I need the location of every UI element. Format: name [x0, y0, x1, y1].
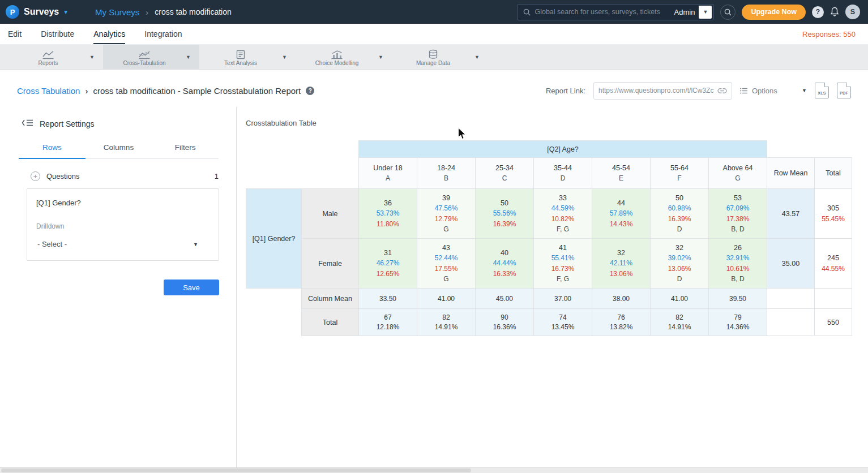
question-title: [Q1] Gender?	[36, 199, 209, 207]
scrollbar-thumb[interactable]	[1, 468, 471, 472]
settings-tab-filters[interactable]: Filters	[152, 137, 219, 159]
row-group-header: [Q1] Gender?	[246, 189, 302, 289]
product-label: Surveys	[24, 7, 59, 17]
options-label: Options	[752, 87, 777, 95]
table-row-male: [Q1] Gender?Male3653.73%11.80%3947.56%12…	[246, 189, 852, 239]
crosstab-section-title: Crosstabulation Table	[246, 119, 868, 127]
global-search[interactable]: Admin ▼	[517, 4, 714, 20]
toolbar-item-choice-modelling[interactable]: Choice Modelling▼	[296, 45, 392, 69]
cell-male-45-54: 4457.89%14.43%	[592, 189, 651, 239]
chevron-down-icon[interactable]: ▼	[186, 54, 199, 60]
total-header: Total	[815, 158, 852, 189]
column-header-under-18: Under 18A	[359, 158, 417, 189]
options-dropdown[interactable]: Options ▼	[740, 87, 807, 95]
tab-distribute[interactable]: Distribute	[41, 24, 74, 44]
chevron-down-icon[interactable]: ▼	[89, 54, 103, 60]
cell-male-55-64: 5060.98%16.39%D	[651, 189, 709, 239]
report-link-input[interactable]: https://www.questionpro.com/t/lCw3Zc	[593, 82, 732, 100]
breadcrumb: Cross Tabulation › cross tab modificatio…	[17, 86, 314, 96]
horizontal-scrollbar[interactable]	[0, 467, 868, 473]
chevron-down-icon: ▼	[802, 88, 807, 93]
page: P Surveys ▼ My Surveys › cross tab modif…	[0, 0, 868, 473]
toolbar-item-label: Reports	[38, 60, 58, 66]
link-icon[interactable]	[717, 88, 727, 94]
cell-male-under-18: 3653.73%11.80%	[359, 189, 417, 239]
column-total-18-24: 8214.91%	[417, 309, 476, 336]
upgrade-button[interactable]: Upgrade Now	[742, 5, 806, 20]
column-total-35-44: 7413.45%	[534, 309, 592, 336]
collapse-panel-icon[interactable]	[22, 119, 33, 128]
notifications-icon[interactable]	[830, 7, 839, 17]
questionpro-logo[interactable]: P	[6, 5, 19, 19]
cross-tabulation-link[interactable]: Cross Tabulation	[17, 86, 80, 96]
report-title: cross tab modification - Sample Crosstab…	[93, 86, 301, 96]
report-actions: Report Link: https://www.questionpro.com…	[546, 82, 851, 100]
questions-label: Questions	[46, 172, 80, 180]
total-row-label: Total	[302, 309, 359, 336]
subnav: EditDistributeAnalyticsIntegration Respo…	[0, 24, 868, 45]
toolbar-item-manage-data[interactable]: Manage Data▼	[392, 45, 488, 69]
report-header: Cross Tabulation › cross tab modificatio…	[0, 70, 868, 107]
column-total-above-64: 7914.36%	[709, 309, 767, 336]
global-search-input[interactable]	[535, 8, 670, 16]
content-body: Report Settings RowsColumnsFilters + Que…	[0, 107, 868, 467]
search-icon	[523, 8, 531, 16]
settings-tab-columns[interactable]: Columns	[85, 137, 152, 159]
search-icon	[724, 8, 732, 16]
subnav-tabs: EditDistributeAnalyticsIntegration	[8, 24, 182, 44]
cell-female-above-64: 2632.91%10.61%B, D	[709, 239, 767, 289]
column-header-35-44: 35-44D	[534, 158, 592, 189]
report-settings-panel: Report Settings RowsColumnsFilters + Que…	[0, 107, 237, 467]
search-button[interactable]	[720, 5, 736, 20]
tab-integration[interactable]: Integration	[144, 24, 182, 44]
column-mean-18-24: 41.00	[417, 289, 476, 309]
chevron-down-icon[interactable]: ▼	[474, 54, 488, 60]
column-mean-label: Column Mean	[302, 289, 359, 309]
report-link-url: https://www.questionpro.com/t/lCw3Zc	[598, 87, 714, 94]
column-total-25-34: 9016.36%	[476, 309, 534, 336]
cell-male-18-24: 3947.56%12.79%G	[417, 189, 476, 239]
help-icon[interactable]: ?	[306, 87, 314, 95]
tab-analytics[interactable]: Analytics	[93, 24, 125, 44]
chevron-down-icon: ▼	[63, 9, 69, 15]
cell-female-18-24: 4352.44%17.55%G	[417, 239, 476, 289]
questions-count: 1	[215, 172, 219, 180]
chevron-down-icon[interactable]: ▼	[378, 54, 392, 60]
column-mean-45-54: 38.00	[592, 289, 651, 309]
drilldown-select[interactable]: - Select - ▼	[36, 239, 209, 251]
column-total-45-54: 7613.82%	[592, 309, 651, 336]
help-icon[interactable]: ?	[812, 6, 824, 18]
tab-edit[interactable]: Edit	[8, 24, 22, 44]
column-total-55-64: 8214.91%	[651, 309, 709, 336]
questions-row: + Questions 1	[31, 171, 219, 181]
cell-female-under-18: 3146.27%12.65%	[359, 239, 417, 289]
search-scope-dropdown[interactable]: ▼	[699, 6, 712, 19]
age-header-row: [Q2] Age?	[246, 141, 852, 158]
chevron-down-icon: ▼	[193, 242, 198, 247]
product-switcher[interactable]: Surveys ▼	[24, 7, 69, 17]
column-headers-row: Under 18A18-24B25-34C35-44D45-54E55-64FA…	[246, 158, 852, 189]
chevron-down-icon[interactable]: ▼	[282, 54, 296, 60]
my-surveys-link[interactable]: My Surveys	[95, 7, 139, 17]
toolbar-item-text-analysis[interactable]: Text Analysis▼	[199, 45, 296, 69]
export-xls-button[interactable]: XLS	[815, 83, 829, 98]
cell-male-25-34: 5055.56%16.39%	[476, 189, 534, 239]
list-icon	[740, 88, 747, 94]
save-button[interactable]: Save	[164, 280, 219, 295]
toolbar-item-label: Cross-Tabulation	[123, 60, 165, 66]
toolbar-item-label: Text Analysis	[224, 60, 257, 66]
toolbar-item-reports[interactable]: Reports▼	[7, 45, 103, 69]
settings-tab-rows[interactable]: Rows	[19, 137, 85, 159]
topbar-breadcrumb: My Surveys › cross tab modification	[95, 7, 232, 17]
toolbar-item-cross-tabulation[interactable]: Cross-Tabulation▼	[103, 45, 199, 69]
export-pdf-button[interactable]: PDF	[837, 83, 851, 98]
question-card: [Q1] Gender? Drilldown - Select - ▼	[27, 188, 219, 261]
column-mean-under-18: 33.50	[359, 289, 417, 309]
search-scope-label: Admin	[674, 8, 695, 16]
column-mean-25-34: 45.00	[476, 289, 534, 309]
column-mean-35-44: 37.00	[534, 289, 592, 309]
avatar[interactable]: S	[845, 5, 860, 19]
add-questions-icon[interactable]: +	[31, 171, 40, 181]
text-analysis-icon	[236, 49, 246, 59]
xls-icon: XLS	[818, 91, 826, 96]
